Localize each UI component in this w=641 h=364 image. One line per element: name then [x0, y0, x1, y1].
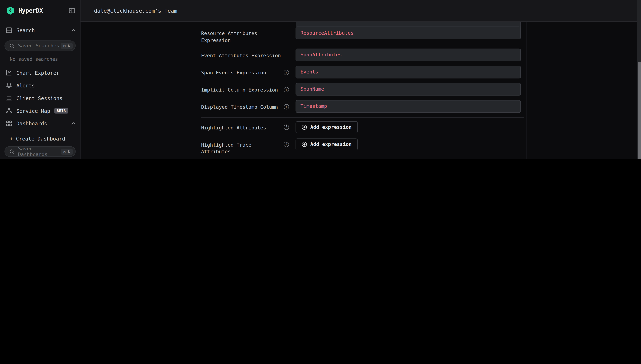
implicit-column-input[interactable]: SpanName: [296, 83, 521, 96]
logo-row: HyperDX: [5, 6, 76, 16]
help-icon[interactable]: ?: [284, 142, 289, 147]
form-row-span-events: Span Events Expression? Events: [201, 66, 524, 78]
scrollbar-thumb[interactable]: [638, 62, 641, 159]
sidebar-item-client-sessions[interactable]: Client Sessions: [5, 94, 76, 102]
form-row-highlighted-attributes: Highlighted Attributes? Add expression: [201, 121, 524, 133]
saved-dashboards-placeholder: Saved Dashboards: [18, 146, 61, 157]
sidebar-collapse-icon[interactable]: [68, 7, 76, 14]
sidebar-inner: HyperDX Search Saved Searches: [0, 0, 80, 159]
sidebar-item-search[interactable]: Search: [5, 26, 76, 34]
laptop-icon: [6, 95, 12, 101]
help-icon[interactable]: ?: [284, 124, 289, 130]
chevron-up-icon: [71, 122, 76, 125]
form-row-resource-attributes: Resource Attributes Expression ResourceA…: [201, 26, 524, 44]
search-icon: [10, 43, 15, 48]
form-row-event-attributes: Event Attributes Expression SpanAttribut…: [201, 48, 524, 61]
sidebar-item-label: Search: [16, 27, 71, 33]
sidebar-item-label: Client Sessions: [16, 95, 63, 101]
sidebar-item-alerts[interactable]: Alerts: [5, 81, 76, 90]
event-attributes-input[interactable]: SpanAttributes: [296, 48, 521, 61]
saved-searches-placeholder: Saved Searches: [18, 43, 61, 49]
field-label: Highlighted Trace Attributes?: [201, 138, 296, 155]
search-section-icon: [6, 27, 12, 34]
help-icon[interactable]: ?: [284, 104, 289, 110]
create-dashboard-button[interactable]: + Create Dashboard: [5, 134, 76, 143]
sidebar-nav: Chart Explorer Alerts Client Sessions: [5, 69, 76, 128]
field-label: Span Events Expression?: [201, 66, 296, 78]
sidebar-item-dashboards[interactable]: Dashboards: [5, 119, 76, 128]
field-label: Highlighted Attributes?: [201, 121, 296, 133]
form-row-highlighted-trace-attributes: Highlighted Trace Attributes? Add expres…: [201, 138, 524, 155]
sidebar: HyperDX Search Saved Searches: [0, 0, 81, 159]
chevron-up-icon: [71, 29, 76, 32]
resource-attributes-input[interactable]: ResourceAttributes: [296, 26, 521, 39]
topbar: dale@clickhouse.com's Team: [81, 0, 641, 22]
chart-explorer-icon: [6, 69, 12, 76]
page-title: dale@clickhouse.com's Team: [94, 8, 177, 14]
sidebar-item-label: Dashboards: [16, 120, 47, 126]
sidebar-item-label: Chart Explorer: [16, 70, 59, 76]
help-icon[interactable]: ?: [284, 70, 289, 75]
service-map-icon: [6, 108, 12, 114]
no-saved-searches-note: No saved searches: [5, 56, 76, 62]
add-expression-button[interactable]: Add expression: [296, 138, 358, 150]
shortcut-badge: ⌘ K: [61, 43, 73, 49]
saved-searches-input[interactable]: Saved Searches ⌘ K: [5, 40, 76, 51]
add-expression-button[interactable]: Add expression: [296, 121, 358, 133]
beta-badge: BETA: [54, 108, 68, 114]
form-row-displayed-timestamp: Displayed Timestamp Column? Timestamp: [201, 100, 524, 113]
saved-dashboards-input[interactable]: Saved Dashboards ⌘ K: [5, 146, 76, 157]
help-icon[interactable]: ?: [284, 87, 289, 92]
hyperdx-logo-icon: [6, 6, 15, 15]
sidebar-item-label: Service Map: [16, 108, 50, 114]
span-events-input[interactable]: Events: [296, 66, 521, 78]
divider: [201, 117, 524, 118]
sidebar-item-label: Alerts: [16, 82, 35, 88]
app-title: HyperDX: [19, 7, 68, 14]
field-label: Event Attributes Expression: [201, 48, 296, 61]
field-label: Implicit Column Expression?: [201, 83, 296, 96]
dashboards-icon: [6, 120, 12, 127]
sidebar-item-service-map[interactable]: Service Map BETA: [5, 106, 76, 115]
source-settings-panel: Resource Attributes Expression ResourceA…: [195, 22, 527, 159]
displayed-timestamp-input[interactable]: Timestamp: [296, 100, 521, 113]
shortcut-badge: ⌘ K: [61, 148, 73, 154]
sidebar-item-chart-explorer[interactable]: Chart Explorer: [5, 69, 76, 77]
form-row-implicit-column: Implicit Column Expression? SpanName: [201, 83, 524, 96]
app-window: HyperDX Search Saved Searches: [0, 0, 641, 159]
search-icon: [10, 149, 15, 154]
scrollbar-track[interactable]: [637, 0, 641, 159]
field-label: Resource Attributes Expression: [201, 26, 296, 44]
field-label: Displayed Timestamp Column?: [201, 100, 296, 113]
bell-icon: [6, 82, 12, 89]
